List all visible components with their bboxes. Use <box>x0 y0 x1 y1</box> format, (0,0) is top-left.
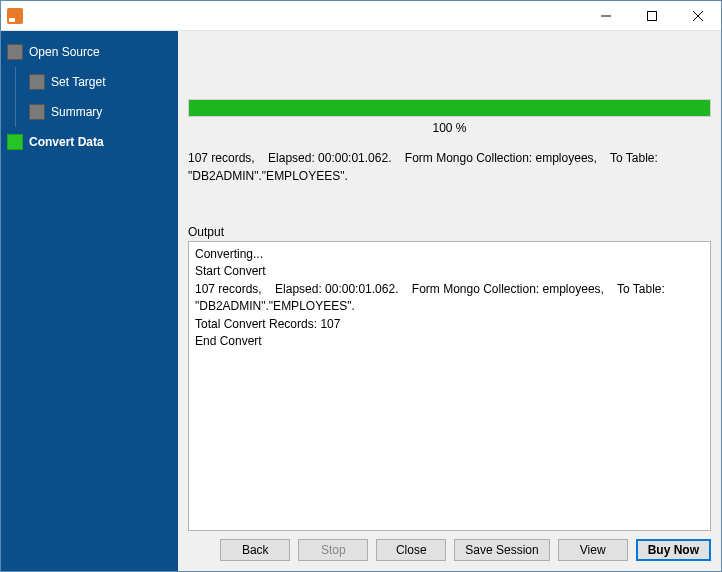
button-row: Back Stop Close Save Session View Buy No… <box>188 539 711 565</box>
sidebar-item-label: Convert Data <box>29 135 104 149</box>
app-icon <box>7 8 23 24</box>
sidebar-item-label: Open Source <box>29 45 100 59</box>
maximize-button[interactable] <box>629 1 675 31</box>
tree-connector <box>15 97 16 127</box>
svg-rect-1 <box>648 11 657 20</box>
sidebar: Open Source Set Target Summary Convert D… <box>1 31 178 571</box>
sidebar-item-summary[interactable]: Summary <box>1 97 178 127</box>
minimize-button[interactable] <box>583 1 629 31</box>
buy-now-button[interactable]: Buy Now <box>636 539 711 561</box>
sidebar-item-convert-data[interactable]: Convert Data <box>1 127 178 157</box>
status-text: 107 records, Elapsed: 00:00:01.062. Form… <box>188 149 711 185</box>
step-box-icon <box>29 104 45 120</box>
close-window-button[interactable] <box>675 1 721 31</box>
output-label: Output <box>188 225 711 239</box>
progress-percent: 100 % <box>188 121 711 135</box>
body: Open Source Set Target Summary Convert D… <box>1 31 721 571</box>
step-box-icon <box>7 134 23 150</box>
stop-button[interactable]: Stop <box>298 539 368 561</box>
sidebar-item-label: Set Target <box>51 75 105 89</box>
tree-connector <box>15 67 16 97</box>
output-textarea[interactable]: Converting... Start Convert 107 records,… <box>188 241 711 531</box>
save-session-button[interactable]: Save Session <box>454 539 549 561</box>
step-box-icon <box>7 44 23 60</box>
close-button[interactable]: Close <box>376 539 446 561</box>
sidebar-item-set-target[interactable]: Set Target <box>1 67 178 97</box>
main-panel: 100 % 107 records, Elapsed: 00:00:01.062… <box>178 31 721 571</box>
titlebar <box>1 1 721 31</box>
progress-bar <box>188 99 711 117</box>
step-box-icon <box>29 74 45 90</box>
progress-section: 100 % <box>188 99 711 135</box>
view-button[interactable]: View <box>558 539 628 561</box>
sidebar-item-label: Summary <box>51 105 102 119</box>
sidebar-item-open-source[interactable]: Open Source <box>1 37 178 67</box>
back-button[interactable]: Back <box>220 539 290 561</box>
